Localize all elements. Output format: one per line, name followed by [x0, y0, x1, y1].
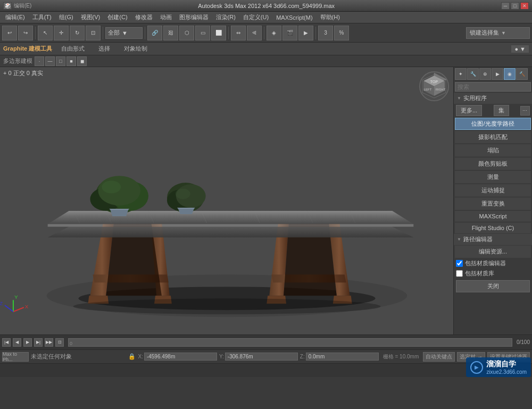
- set-button[interactable]: 集: [494, 105, 509, 116]
- element-mode-btn[interactable]: ◼: [77, 56, 87, 66]
- svg-line-44: [5, 305, 13, 312]
- menu-graph-editor[interactable]: 图形编辑器: [176, 12, 212, 22]
- main-toolbar: ↩ ↪ ↖ ✛ ↻ ⊡ 全部 ▼ 🔗 ⛓ ⬡ ▭ ⬜ ⇔ ⫷ ◈ 🎬 ▶ 3 %…: [0, 23, 532, 43]
- undo-button[interactable]: ↩: [2, 26, 17, 40]
- window-crossing-button[interactable]: ⬜: [211, 26, 226, 40]
- create-panel-btn[interactable]: ✦: [455, 68, 467, 80]
- utility-item-camera-match[interactable]: 摄影机匹配: [455, 131, 531, 143]
- svg-text:Z: Z: [0, 300, 3, 306]
- menu-modifier[interactable]: 修改器: [132, 12, 156, 22]
- utility-item-color-clipboard[interactable]: 颜色剪贴板: [455, 158, 531, 170]
- frame-start: 0: [70, 341, 72, 346]
- mirror-button[interactable]: ⇔: [231, 26, 246, 40]
- next-frame-button[interactable]: ▶|: [34, 338, 43, 347]
- x-input[interactable]: [144, 353, 217, 361]
- utility-item-maxscript[interactable]: MAXScript: [455, 211, 531, 222]
- edit-resources-button[interactable]: 编辑资源...: [455, 246, 531, 258]
- graphite-tab-select[interactable]: 选择: [94, 43, 115, 54]
- menu-customize[interactable]: 自定义(U): [240, 12, 272, 22]
- polygon-modeling-label: 多边形建模: [3, 57, 32, 65]
- link-button[interactable]: 🔗: [147, 26, 162, 40]
- scene-3d[interactable]: X Y Z: [0, 67, 453, 334]
- app-menu-item[interactable]: 编辑(E): [14, 2, 31, 10]
- last-frame-button[interactable]: ▶▶: [45, 338, 53, 347]
- menu-render[interactable]: 渲染(R): [213, 12, 239, 22]
- move-button[interactable]: ✛: [54, 26, 69, 40]
- graphite-tab-freeform[interactable]: 自由形式: [56, 43, 89, 54]
- utility-item-photo-match[interactable]: 位图/光度学路径: [455, 118, 531, 130]
- menu-edit[interactable]: 编辑(E): [2, 12, 28, 22]
- maximize-button[interactable]: □: [511, 2, 519, 10]
- path-editor-section-header[interactable]: 路径编辑器: [454, 234, 532, 245]
- path-editor-close-button[interactable]: 关闭: [456, 280, 530, 292]
- menu-create[interactable]: 创建(C): [104, 12, 130, 22]
- display-panel-btn[interactable]: ◉: [504, 68, 516, 80]
- scale-button[interactable]: ⊡: [86, 26, 101, 40]
- play-button[interactable]: ▶: [23, 338, 32, 347]
- hierarchy-panel-btn[interactable]: ⊕: [479, 68, 491, 80]
- menu-group[interactable]: 组(G): [56, 12, 77, 22]
- utility-panel-btn[interactable]: 🔨: [516, 68, 528, 80]
- utility-item-flight-studio[interactable]: Flight Studio (C): [455, 223, 531, 233]
- svg-marker-17: [48, 211, 414, 224]
- menu-bar: 编辑(E) 工具(T) 组(G) 视图(V) 创建(C) 修改器 动画 图形编辑…: [0, 12, 532, 23]
- prev-frame-button[interactable]: ◀: [13, 338, 21, 347]
- render-button[interactable]: ▶: [298, 26, 313, 40]
- selection-filter-dropdown[interactable]: 全部 ▼: [105, 27, 143, 39]
- y-input[interactable]: [225, 353, 298, 361]
- menu-help[interactable]: 帮助(H): [317, 12, 343, 22]
- more-utilities-button[interactable]: 更多...: [456, 105, 482, 116]
- watermark-subtext: zixue2.3d66.com: [486, 369, 527, 375]
- menu-maxscript[interactable]: MAXScript(M): [273, 13, 315, 22]
- modify-panel-btn[interactable]: 🔧: [467, 68, 479, 80]
- select-region-button[interactable]: ▭: [195, 26, 210, 40]
- utility-item-collapse[interactable]: 塌陷: [455, 144, 531, 157]
- menu-animation[interactable]: 动画: [157, 12, 175, 22]
- include-library-checkbox[interactable]: [456, 270, 463, 277]
- minimize-button[interactable]: ─: [501, 2, 510, 10]
- view3d-button[interactable]: 3: [318, 26, 333, 40]
- graphite-options[interactable]: ● ▼: [511, 45, 529, 53]
- utility-item-measure[interactable]: 测量: [455, 171, 531, 183]
- first-frame-button[interactable]: |◀: [2, 338, 11, 347]
- lock-icon[interactable]: 🔒: [128, 353, 136, 360]
- unlink-button[interactable]: ⛓: [163, 26, 178, 40]
- timeline-bar[interactable]: 0: [68, 338, 512, 347]
- poly-mode-btn[interactable]: ■: [66, 56, 76, 66]
- bind-space-button[interactable]: ⬡: [179, 26, 194, 40]
- utility-section-header[interactable]: 实用程序: [454, 93, 532, 104]
- material-editor-button[interactable]: ◈: [267, 26, 281, 40]
- svg-text:X: X: [25, 304, 29, 309]
- vertex-mode-btn[interactable]: ·: [35, 56, 44, 66]
- auto-key-button[interactable]: 自动关键点: [423, 352, 455, 362]
- navigation-cube[interactable]: TOP LEFT RIGHT: [418, 70, 450, 102]
- z-label: Z:: [300, 354, 305, 359]
- border-mode-btn[interactable]: □: [56, 56, 65, 66]
- key-mode-button[interactable]: ⊡: [55, 338, 64, 347]
- graphite-tab-object-paint[interactable]: 对象绘制: [119, 43, 152, 54]
- svg-line-40: [13, 307, 24, 312]
- motion-panel-btn[interactable]: ▶: [492, 68, 503, 80]
- max-to-physics-button[interactable]: Max to Ph...: [2, 352, 29, 362]
- utility-item-reset-transform[interactable]: 重置变换: [455, 198, 531, 210]
- menu-view[interactable]: 视图(V): [78, 12, 104, 22]
- viewport[interactable]: + 0 正交 0 真实: [0, 67, 453, 334]
- include-material-checkbox-row: 包括材质编辑器: [454, 258, 532, 268]
- status-bar: Max to Ph... 未选定任何对象 🔒 X: Y: Z: 栅格 = 10.…: [0, 349, 532, 363]
- menu-tools[interactable]: 工具(T): [29, 12, 55, 22]
- include-material-checkbox[interactable]: [456, 260, 463, 267]
- edge-mode-btn[interactable]: —: [45, 56, 55, 66]
- utility-extra-btn[interactable]: ⋯: [520, 106, 530, 116]
- selection-filter-box[interactable]: 锁建选择集 ▼: [466, 27, 530, 39]
- panel-search-input[interactable]: [455, 82, 531, 92]
- render-setup-button[interactable]: 🎬: [282, 26, 297, 40]
- select-button[interactable]: ↖: [38, 26, 53, 40]
- z-input[interactable]: [306, 353, 379, 361]
- utility-item-motion-capture[interactable]: 运动捕捉: [455, 184, 531, 197]
- percent-button[interactable]: %: [334, 26, 349, 40]
- redo-button[interactable]: ↪: [18, 26, 33, 40]
- rotate-button[interactable]: ↻: [70, 26, 85, 40]
- align-button[interactable]: ⫷: [247, 26, 262, 40]
- separator-3: [145, 27, 145, 39]
- close-button[interactable]: ✕: [520, 2, 529, 10]
